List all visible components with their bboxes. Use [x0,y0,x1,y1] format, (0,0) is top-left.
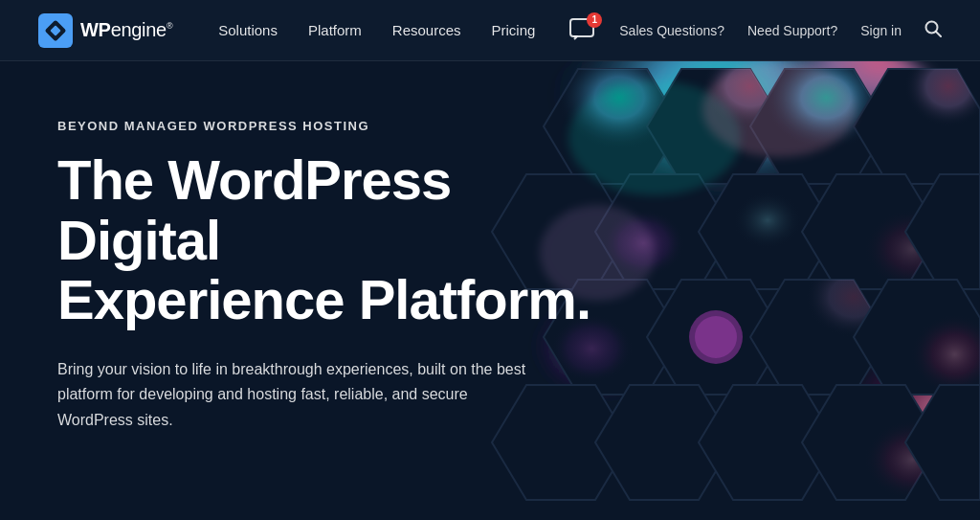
sign-in-link[interactable]: Sign in [860,23,902,38]
nav-platform[interactable]: Platform [308,22,362,38]
logo[interactable]: WPengine® [38,13,172,48]
chat-icon-wrap[interactable]: 1 [569,18,596,43]
hero-subtitle: Bring your vision to life in breakthroug… [57,357,536,433]
hero-section: BEYOND MANAGED WORDPRESS HOSTING The Wor… [0,61,980,520]
logo-text: WPengine® [80,19,172,41]
svg-point-37 [695,316,737,358]
logo-icon [38,13,73,48]
nav-links: Solutions Platform Resources Pricing [218,22,569,38]
hero-content: BEYOND MANAGED WORDPRESS HOSTING The Wor… [57,119,612,433]
nav-pricing[interactable]: Pricing [492,22,536,38]
chat-badge: 1 [587,12,602,28]
hero-eyebrow: BEYOND MANAGED WORDPRESS HOSTING [57,119,612,133]
svg-point-49 [702,61,856,157]
svg-line-2 [936,32,941,36]
nav-right: 1 Sales Questions? Need Support? Sign in [569,18,942,43]
hero-title: The WordPress Digital Experience Platfor… [57,150,612,330]
sales-questions-link[interactable]: Sales Questions? [619,23,724,38]
need-support-link[interactable]: Need Support? [747,23,837,38]
nav-solutions[interactable]: Solutions [218,22,278,38]
search-icon[interactable] [924,20,942,41]
navbar: WPengine® Solutions Platform Resources P… [0,0,980,61]
nav-resources[interactable]: Resources [392,22,461,38]
